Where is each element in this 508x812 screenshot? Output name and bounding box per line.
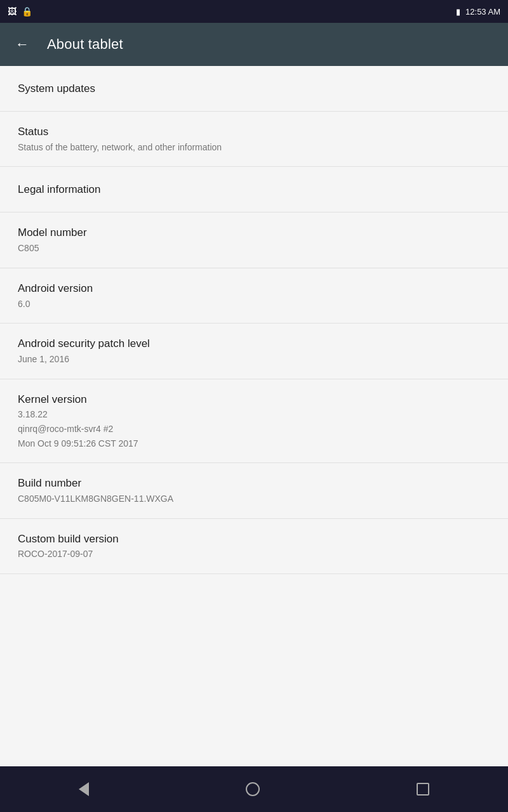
page-title: About tablet — [47, 36, 123, 53]
settings-item-kernel-version[interactable]: Kernel version 3.18.22 qinrq@roco-mtk-sv… — [0, 379, 508, 464]
settings-item-android-version[interactable]: Android version 6.0 — [0, 268, 508, 324]
kernel-version-value-3: Mon Oct 9 09:51:26 CST 2017 — [18, 438, 490, 450]
status-bar: 🖼 🔒 ▮ 12:53 AM — [0, 0, 508, 23]
system-updates-title: System updates — [18, 81, 490, 96]
build-number-value: C805M0-V11LKM8GN8GEN-11.WXGA — [18, 493, 490, 506]
bottom-nav — [0, 766, 508, 812]
status-time: 12:53 AM — [465, 7, 500, 16]
build-number-title: Build number — [18, 476, 490, 491]
recents-nav-button[interactable] — [391, 773, 455, 806]
security-patch-title: Android security patch level — [18, 336, 490, 351]
settings-item-model-number[interactable]: Model number C805 — [0, 213, 508, 268]
status-bar-left-icons: 🖼 🔒 — [8, 6, 32, 16]
lock-icon: 🔒 — [22, 6, 32, 16]
kernel-version-value-2: qinrq@roco-mtk-svr4 #2 — [18, 423, 490, 436]
recents-nav-icon — [417, 783, 429, 796]
settings-item-custom-build[interactable]: Custom build version ROCO-2017-09-07 — [0, 519, 508, 574]
settings-item-security-patch[interactable]: Android security patch level June 1, 201… — [0, 324, 508, 379]
settings-item-status[interactable]: Status Status of the battery, network, a… — [0, 112, 508, 167]
legal-title: Legal information — [18, 182, 490, 197]
custom-build-title: Custom build version — [18, 532, 490, 547]
image-icon: 🖼 — [8, 6, 17, 16]
security-patch-value: June 1, 2016 — [18, 353, 490, 366]
kernel-version-value-1: 3.18.22 — [18, 409, 490, 421]
back-nav-icon — [79, 782, 89, 796]
settings-item-build-number[interactable]: Build number C805M0-V11LKM8GN8GEN-11.WXG… — [0, 463, 508, 518]
app-bar: ← About tablet — [0, 23, 508, 66]
settings-item-legal[interactable]: Legal information — [0, 167, 508, 213]
battery-icon: ▮ — [456, 7, 460, 16]
model-number-title: Model number — [18, 225, 490, 240]
home-nav-icon — [246, 782, 260, 796]
home-nav-button[interactable] — [220, 772, 285, 806]
custom-build-value: ROCO-2017-09-07 — [18, 548, 490, 561]
status-subtitle: Status of the battery, network, and othe… — [18, 141, 490, 154]
settings-item-system-updates[interactable]: System updates — [0, 66, 508, 112]
kernel-version-title: Kernel version — [18, 392, 490, 407]
android-version-value: 6.0 — [18, 298, 490, 311]
status-title: Status — [18, 124, 490, 140]
model-number-value: C805 — [18, 242, 490, 255]
status-bar-right: ▮ 12:53 AM — [456, 7, 500, 16]
android-version-title: Android version — [18, 281, 490, 296]
back-arrow-icon: ← — [15, 36, 29, 53]
settings-content: System updates Status Status of the batt… — [0, 66, 508, 766]
back-button[interactable]: ← — [10, 31, 34, 58]
back-nav-button[interactable] — [53, 772, 114, 806]
